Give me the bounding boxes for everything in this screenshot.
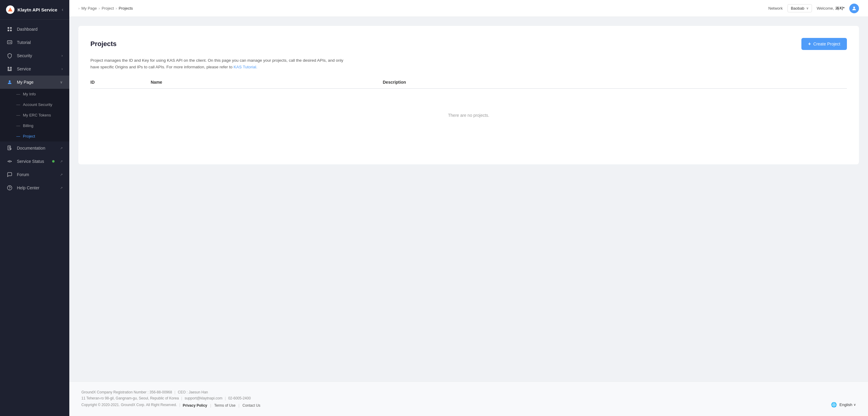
contact-us-link[interactable]: Contact Us [242,403,260,408]
dashboard-icon [7,26,13,32]
sidebar-item-label-tutorial: Tutorial [17,40,63,45]
svg-rect-3 [7,30,9,31]
sidebar-item-service-status[interactable]: Service Status ↗ [0,155,69,168]
service-status-icon [7,158,13,164]
documentation-external-icon: ↗ [60,146,63,150]
sidebar-item-label-documentation: Documentation [17,146,55,150]
create-project-label: Create Project [813,41,840,46]
network-chevron-icon: ∨ [806,6,809,10]
table-header-description: Description [383,80,847,84]
sidebar-item-label-service: Service [17,67,57,71]
create-project-plus-icon: + [808,41,811,47]
network-value: Baobab [791,6,804,10]
sidebar-item-mypage[interactable]: My Page ∨ [0,75,69,89]
sidebar-item-label-dashboard: Dashboard [17,27,63,32]
svg-rect-11 [10,69,12,70]
projects-header: Projects + Create Project [90,38,847,50]
create-project-button[interactable]: + Create Project [801,38,847,50]
network-label: Network [768,6,783,10]
breadcrumb-arrow-1: › [79,6,80,10]
sidebar-nav: Dashboard Tutorial Security › [0,20,69,416]
mypage-chevron-down-icon: ∨ [60,80,63,84]
svg-rect-4 [10,30,12,31]
footer-address: 11 Teheran-ro 98-gil, Gangnam-gu, Seoul,… [82,396,179,400]
sidebar-item-label-mypage: My Page [17,80,56,84]
language-chevron-icon: ∨ [854,403,856,407]
footer-right: 🌐 English ∨ [831,402,856,408]
service-icon [7,66,13,72]
sidebar-item-documentation[interactable]: Documentation ↗ [0,141,69,155]
breadcrumb-project[interactable]: Project [101,6,114,10]
language-selector[interactable]: English ∨ [839,403,856,407]
svg-rect-1 [7,27,9,29]
welcome-name: 과지* [835,6,844,10]
svg-point-13 [9,80,10,82]
footer-company-reg: GroundX Company Registration Number : 35… [82,390,172,394]
svg-marker-7 [10,41,11,43]
privacy-policy-link[interactable]: Privacy Policy [183,403,207,408]
table-header-id: ID [90,80,151,84]
forum-external-icon: ↗ [60,173,63,177]
mypage-submenu: — My Info — Account Security — My ERC To… [0,89,69,141]
breadcrumb-mypage[interactable]: My Page [82,6,97,10]
footer-copyright: Copyright © 2020-2021. GroundX Corp. All… [82,403,177,407]
sidebar-sub-item-my-erc-tokens[interactable]: — My ERC Tokens [0,110,69,120]
sidebar-sub-item-billing[interactable]: — Billing [0,120,69,131]
security-icon [7,53,13,59]
breadcrumb: › My Page › Project › Projects [79,6,765,10]
footer-left: GroundX Company Registration Number : 35… [82,390,260,408]
help-center-icon [7,185,13,191]
documentation-icon [7,145,13,151]
svg-rect-9 [10,67,12,68]
sidebar-item-security[interactable]: Security › [0,49,69,62]
sidebar-item-dashboard[interactable]: Dashboard [0,23,69,36]
footer-ceo: CEO : Jaesun Han [178,390,208,394]
help-center-external-icon: ↗ [60,186,63,190]
svg-point-20 [10,189,10,189]
projects-card: Projects + Create Project Project manage… [79,26,859,164]
topbar-right: Network Baobab ∨ Welcome, 과지* [768,4,859,13]
logo-icon [6,5,14,14]
welcome-prefix: Welcome, [817,6,835,10]
network-dropdown[interactable]: Baobab ∨ [787,4,812,12]
sidebar-item-tutorial[interactable]: Tutorial [0,36,69,49]
service-status-external-icon: ↗ [60,160,63,164]
sidebar-item-label-service-status: Service Status [17,159,47,164]
footer-phone: 02-6005-2400 [228,396,251,400]
welcome-text: Welcome, 과지* [817,6,844,11]
sidebar-item-forum[interactable]: Forum ↗ [0,168,69,181]
svg-point-6 [8,42,9,43]
logo-area: Klaytn API Service ‹ [0,0,69,20]
projects-title: Projects [90,40,117,48]
breadcrumb-arrow-2: › [98,6,100,10]
kas-tutorial-link[interactable]: KAS Tutorial. [234,65,257,69]
footer-links: Privacy Policy | Terms of Use | Contact … [183,403,260,408]
language-globe-icon: 🌐 [831,402,837,408]
sidebar-sub-item-account-security[interactable]: — Account Security [0,99,69,110]
svg-rect-5 [7,41,12,44]
sidebar-item-label-forum: Forum [17,172,55,177]
no-projects-message: There are no projects. [90,89,847,142]
sidebar-sub-item-project[interactable]: — Project [0,131,69,141]
footer-row-1: GroundX Company Registration Number : 35… [82,390,260,394]
mypage-icon [7,79,13,85]
table-header-name: Name [151,80,383,84]
sidebar-sub-label-account-security: Account Security [23,102,53,107]
projects-table-header: ID Name Description [90,80,847,89]
svg-rect-2 [10,27,12,29]
sidebar-item-help-center[interactable]: Help Center ↗ [0,181,69,195]
footer-row-3: Copyright © 2020-2021. GroundX Corp. All… [82,402,260,408]
sidebar-sub-label-my-info: My Info [23,92,36,96]
terms-of-use-link[interactable]: Terms of Use [214,403,236,408]
footer-row-2: 11 Teheran-ro 98-gil, Gangnam-gu, Seoul,… [82,396,260,400]
user-avatar[interactable] [849,4,859,13]
sidebar-item-label-help-center: Help Center [17,185,55,190]
sidebar-item-label-security: Security [17,53,57,58]
sidebar-sub-item-my-info[interactable]: — My Info [0,89,69,99]
main-area: › My Page › Project › Projects Network B… [69,0,868,416]
sidebar-collapse-button[interactable]: ‹ [62,7,63,12]
content-area: Projects + Create Project Project manage… [69,17,868,381]
svg-point-16 [9,161,10,162]
sidebar-item-service[interactable]: Service › [0,62,69,75]
forum-icon [7,172,13,178]
